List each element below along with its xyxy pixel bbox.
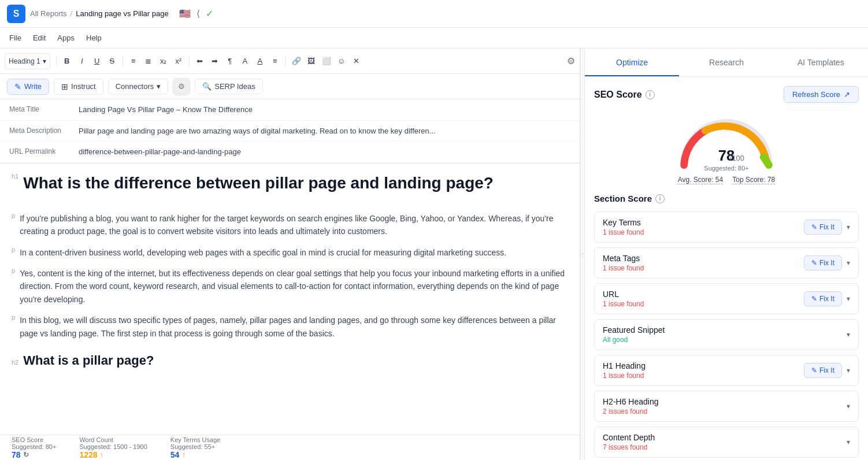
p2-marker: p xyxy=(12,246,15,253)
word-count-value-row: 1228 ↑ xyxy=(79,450,103,459)
score-item-name-4: H1 Heading xyxy=(603,361,646,370)
table-button[interactable]: ⬜ xyxy=(320,54,333,68)
italic-button[interactable]: I xyxy=(75,54,89,68)
menu-help[interactable]: Help xyxy=(86,31,102,44)
score-item-name-1: Meta Tags xyxy=(603,254,644,263)
write-button[interactable]: ✎ Write xyxy=(7,79,49,95)
paragraph-button[interactable]: ¶ xyxy=(223,54,237,68)
serp-label: SERP Ideas xyxy=(214,82,255,91)
refresh-score-button[interactable]: Refresh Score ↗ xyxy=(784,86,859,103)
tab-optimize[interactable]: Optimize xyxy=(585,49,679,76)
special-char-button[interactable]: ✕ xyxy=(350,54,363,68)
score-item-header-4[interactable]: H1 Heading1 issue found✎ Fix It▾ xyxy=(595,355,858,385)
instruct-label: Instruct xyxy=(71,82,96,91)
editor-content[interactable]: h1 What is the difference between pillar… xyxy=(0,164,580,435)
fix-it-button-2[interactable]: ✎ Fix It xyxy=(804,291,842,306)
meta-title-label: Meta Title xyxy=(9,104,79,113)
editor-toolbar: Heading 1 ▾ B I U S ≡ ≣ x₂ x² ⬅ ➡ ¶ A A … xyxy=(0,49,580,74)
menu-apps[interactable]: Apps xyxy=(57,31,75,44)
refresh-icon[interactable]: ↻ xyxy=(23,451,29,459)
menu-file[interactable]: File xyxy=(9,31,21,44)
image-button[interactable]: 🖼 xyxy=(305,54,318,68)
score-item-header-6[interactable]: Content Depth7 issues found▾ xyxy=(595,427,858,457)
highlight-button[interactable]: A xyxy=(253,54,267,68)
emoji-button[interactable]: ☺ xyxy=(335,54,348,68)
seo-info-icon[interactable]: i xyxy=(646,90,655,99)
fix-it-button-1[interactable]: ✎ Fix It xyxy=(804,255,842,270)
paragraph-3: p Yes, content is the king of the intern… xyxy=(12,267,568,306)
meta-url-value[interactable]: difference-between-pillar-page-and-landi… xyxy=(79,146,241,158)
seo-score-stat: SEO Score Suggested: 80+ 78 ↻ xyxy=(12,436,56,459)
subscript-button[interactable]: x₂ xyxy=(157,54,170,68)
score-item-header-5[interactable]: H2-H6 Heading2 issues found▾ xyxy=(595,391,858,421)
breadcrumb-all-reports[interactable]: All Reports xyxy=(30,9,67,18)
fix-it-button-0[interactable]: ✎ Fix It xyxy=(804,220,842,235)
tab-research[interactable]: Research xyxy=(679,49,773,76)
score-item-header-1[interactable]: Meta Tags1 issue found✎ Fix It▾ xyxy=(595,248,858,278)
score-item: Meta Tags1 issue found✎ Fix It▾ xyxy=(594,247,859,279)
fix-icon-2: ✎ xyxy=(811,295,817,303)
share-icon[interactable]: ⟨ xyxy=(196,8,200,19)
chevron-icon-1: ▾ xyxy=(847,259,850,267)
toolbar-divider-4 xyxy=(285,55,286,67)
unordered-list-button[interactable]: ≣ xyxy=(142,54,155,68)
settings-button[interactable]: ⚙ xyxy=(173,78,190,95)
h2-block: h2 What is a pillar page? xyxy=(12,348,568,369)
resize-handle[interactable]: ⋮ xyxy=(580,49,585,460)
tab-ai-templates[interactable]: AI Templates xyxy=(774,49,868,76)
score-item: Key Terms1 issue found✎ Fix It▾ xyxy=(594,212,859,243)
instruct-button[interactable]: ⊞ Instruct xyxy=(54,79,103,95)
p3-text[interactable]: Yes, content is the king of the internet… xyxy=(20,267,568,306)
link-button[interactable]: 🔗 xyxy=(290,54,303,68)
align-right-button[interactable]: ➡ xyxy=(208,54,222,68)
align-center-button[interactable]: ≡ xyxy=(268,54,282,68)
section-info-icon[interactable]: i xyxy=(655,194,665,203)
score-item-header-2[interactable]: URL1 issue found✎ Fix It▾ xyxy=(595,284,858,314)
ordered-list-button[interactable]: ≡ xyxy=(127,54,140,68)
p2-text[interactable]: In a content-driven business world, deve… xyxy=(20,246,568,259)
serp-icon: 🔍 xyxy=(202,82,212,91)
menu-edit[interactable]: Edit xyxy=(33,31,46,44)
score-item-header-0[interactable]: Key Terms1 issue found✎ Fix It▾ xyxy=(595,212,858,242)
connectors-button[interactable]: Connectors ▾ xyxy=(108,79,168,94)
serp-ideas-button[interactable]: 🔍 SERP Ideas xyxy=(195,79,263,94)
action-bar: ✎ Write ⊞ Instruct Connectors ▾ ⚙ 🔍 SERP… xyxy=(0,74,580,99)
meta-url-label: URL Permalink xyxy=(9,146,79,155)
chevron-icon-2: ▾ xyxy=(847,295,850,303)
font-color-button[interactable]: A xyxy=(238,54,252,68)
paragraph-1: p If you're publishing a blog, you want … xyxy=(12,212,568,238)
right-content: SEO Score i Refresh Score ↗ xyxy=(585,77,868,460)
check-icon[interactable]: ✓ xyxy=(206,8,213,19)
strikethrough-button[interactable]: S xyxy=(105,54,119,68)
score-item: Featured SnippetAll good▾ xyxy=(594,319,859,350)
p4-text[interactable]: In this blog, we will discuss two specif… xyxy=(20,314,568,340)
word-count-stat: Word Count Suggested: 1500 - 1900 1228 ↑ xyxy=(79,436,147,459)
h2-heading[interactable]: What is a pillar page? xyxy=(23,353,154,369)
score-item: H1 Heading1 issue found✎ Fix It▾ xyxy=(594,355,859,386)
score-item-header-3[interactable]: Featured SnippetAll good▾ xyxy=(595,320,858,350)
superscript-button[interactable]: x² xyxy=(172,54,186,68)
meta-description-value[interactable]: Pillar page and landing page are two ama… xyxy=(79,125,436,137)
score-item-name-2: URL xyxy=(603,290,644,299)
word-count-arrow: ↑ xyxy=(100,450,104,459)
align-left-button[interactable]: ⬅ xyxy=(193,54,207,68)
h1-block: h1 What is the difference between pillar… xyxy=(12,173,568,203)
main-layout: Heading 1 ▾ B I U S ≡ ≣ x₂ x² ⬅ ➡ ¶ A A … xyxy=(0,49,868,460)
key-terms-suggested: Suggested: 55+ xyxy=(170,443,215,450)
h1-heading[interactable]: What is the difference between pillar pa… xyxy=(23,173,494,194)
underline-button[interactable]: U xyxy=(90,54,104,68)
p1-text[interactable]: If you're publishing a blog, you want to… xyxy=(20,212,568,238)
toolbar-divider-3 xyxy=(189,55,190,67)
toolbar-divider-2 xyxy=(123,55,123,67)
meta-title-value[interactable]: Landing Page Vs Pillar Page – Know The D… xyxy=(79,104,253,116)
top-score[interactable]: Top Score: 78 xyxy=(732,176,775,184)
gear-icon[interactable]: ⚙ xyxy=(567,55,575,66)
chevron-icon-0: ▾ xyxy=(847,223,850,231)
meta-url-row: URL Permalink difference-between-pillar-… xyxy=(0,142,580,163)
avg-score[interactable]: Avg. Score: 54 xyxy=(678,176,724,184)
flag-icon[interactable]: 🇺🇸 xyxy=(179,8,191,19)
heading-select[interactable]: Heading 1 ▾ xyxy=(5,53,50,69)
fix-it-button-4[interactable]: ✎ Fix It xyxy=(804,363,842,378)
score-item-status-1: 1 issue found xyxy=(603,264,644,272)
bold-button[interactable]: B xyxy=(60,54,74,68)
